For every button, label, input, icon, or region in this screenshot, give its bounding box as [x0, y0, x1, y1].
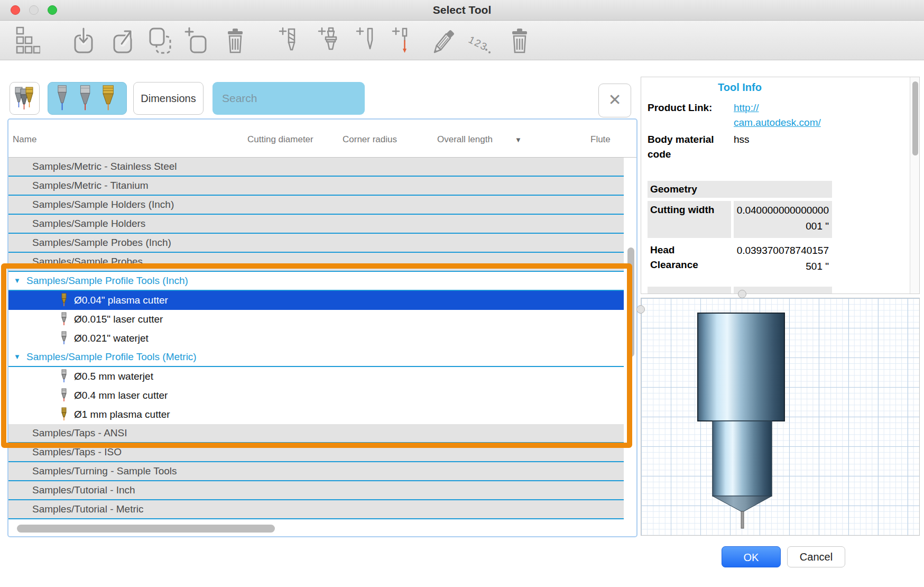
- laser-cutter-icon: [60, 312, 68, 329]
- duplicate-library-icon[interactable]: [147, 26, 173, 55]
- table-row[interactable]: Samples/Tutorial - Inch: [8, 481, 624, 500]
- column-header-overall-length[interactable]: Overall length: [437, 134, 493, 145]
- table-row-tool-selected[interactable]: Ø0.04" plasma cutter: [8, 291, 624, 310]
- dimensions-button[interactable]: Dimensions: [133, 82, 204, 115]
- export-library-icon[interactable]: [110, 26, 135, 55]
- delete-tool-icon[interactable]: [507, 26, 532, 55]
- table-row[interactable]: Samples/Metric - Titanium: [8, 177, 624, 196]
- table-row-tool[interactable]: Ø0.5 mm waterjet: [8, 367, 624, 386]
- head-clearance-value: 0.039370078740157501 ": [734, 241, 832, 276]
- table-row[interactable]: Samples/Sample Holders: [8, 215, 624, 234]
- table-row[interactable]: Samples/Sample Holders (Inch): [8, 196, 624, 215]
- waterjet-icon: [60, 369, 68, 386]
- cutting-tool-type-filter-button[interactable]: [48, 82, 127, 115]
- cutting-width-label: Cutting width: [648, 201, 731, 238]
- geometry-section-header: Geometry: [648, 181, 832, 198]
- table-row[interactable]: Samples/Sample Probes (Inch): [8, 234, 624, 253]
- table-row[interactable]: Samples/Taps - ISO: [8, 443, 624, 462]
- plasma-cutter-3d-render: [697, 312, 787, 530]
- product-link-label: Product Link:: [648, 100, 712, 115]
- table-header: Name Cutting diameter Corner radius Over…: [8, 120, 636, 158]
- search-field: [212, 82, 365, 115]
- table-row[interactable]: Samples/Metric - Stainless Steel: [8, 158, 624, 177]
- product-link-value: http:// cam.autodesk.com/: [734, 100, 821, 130]
- info-scrollbar[interactable]: [912, 81, 918, 155]
- ok-button[interactable]: OK: [722, 546, 781, 567]
- profile-tool-types-icon: [48, 82, 126, 114]
- next-row-partial: [648, 287, 731, 294]
- head-clearance-label: Head Clearance: [648, 241, 731, 276]
- new-library-icon[interactable]: [183, 26, 209, 55]
- sort-descending-icon[interactable]: ▼: [515, 136, 522, 144]
- add-holder-icon[interactable]: [317, 26, 343, 55]
- import-library-icon[interactable]: [71, 26, 96, 55]
- select-tool-dialog: Select Tool: [0, 0, 924, 587]
- library-structure-icon[interactable]: [15, 26, 40, 55]
- body-material-label: Body material code: [648, 132, 727, 162]
- window-title: Select Tool: [0, 4, 924, 16]
- add-mill-tool-icon[interactable]: [278, 26, 303, 55]
- clear-search-button[interactable]: ✕: [598, 84, 631, 117]
- tool-library-table: Name Cutting diameter Corner radius Over…: [7, 118, 637, 537]
- column-header-corner-radius[interactable]: Corner radius: [343, 134, 397, 145]
- table-row-tool[interactable]: Ø0.021" waterjet: [8, 329, 624, 348]
- table-row[interactable]: Samples/Taps - ANSI: [8, 424, 624, 443]
- column-header-flute[interactable]: Flute: [590, 134, 611, 145]
- info-scrollbar-track: [910, 77, 919, 294]
- renumber-tools-icon[interactable]: 123: [468, 26, 494, 55]
- splitter-handle-icon[interactable]: [738, 290, 746, 298]
- stacked-tools-icon: [10, 104, 35, 113]
- tool-info-title: Tool Info: [648, 81, 832, 94]
- all-tool-types-button[interactable]: [10, 82, 40, 115]
- waterjet-icon: [60, 331, 68, 348]
- dimensions-button-label: Dimensions: [134, 82, 203, 114]
- splitter-handle-icon[interactable]: [636, 305, 645, 314]
- search-input[interactable]: [212, 82, 365, 115]
- plasma-cutter-icon: [60, 293, 68, 310]
- table-row-category[interactable]: ▼ Samples/Sample Profile Tools (Inch): [8, 272, 624, 291]
- table-row-category[interactable]: ▼ Samples/Sample Profile Tools (Metric): [8, 348, 624, 367]
- column-header-name[interactable]: Name: [13, 134, 36, 145]
- edit-tool-icon[interactable]: [430, 26, 456, 55]
- disclosure-expanded-icon[interactable]: ▼: [14, 353, 21, 361]
- table-row-tool[interactable]: Ø1 mm plasma cutter: [8, 405, 624, 424]
- title-bar: Select Tool: [0, 0, 924, 21]
- plasma-cutter-icon: [60, 407, 68, 424]
- table-row[interactable]: Samples/Tutorial - Metric: [8, 500, 624, 519]
- product-link[interactable]: cam.autodesk.com/: [734, 115, 821, 130]
- delete-library-icon[interactable]: [223, 26, 248, 55]
- disclosure-expanded-icon[interactable]: ▼: [14, 277, 21, 285]
- product-link[interactable]: http://: [734, 100, 821, 115]
- table-row[interactable]: Samples/Turning - Sample Tools: [8, 462, 624, 481]
- add-probe-icon[interactable]: [391, 26, 417, 55]
- cutting-width-value: 0.040000000000000001 ": [734, 201, 832, 238]
- toolbar: 123: [0, 21, 924, 60]
- next-row-partial: [734, 287, 832, 294]
- tool-info-panel: Tool Info Product Link: http:// cam.auto…: [641, 77, 920, 294]
- horizontal-scrollbar[interactable]: [17, 525, 275, 533]
- cancel-button[interactable]: Cancel: [787, 546, 845, 567]
- table-row-tool[interactable]: Ø0.4 mm laser cutter: [8, 386, 624, 405]
- close-icon: ✕: [608, 91, 621, 108]
- body-material-value: hss: [734, 132, 750, 147]
- table-row[interactable]: Samples/Sample Probes: [8, 253, 624, 272]
- column-header-cutting-diameter[interactable]: Cutting diameter: [247, 134, 313, 145]
- add-turning-tool-icon[interactable]: [355, 26, 381, 55]
- vertical-scrollbar[interactable]: [627, 247, 634, 357]
- laser-cutter-icon: [60, 388, 68, 405]
- tool-preview-viewport[interactable]: [641, 298, 920, 536]
- table-row-tool[interactable]: Ø0.015" laser cutter: [8, 310, 624, 329]
